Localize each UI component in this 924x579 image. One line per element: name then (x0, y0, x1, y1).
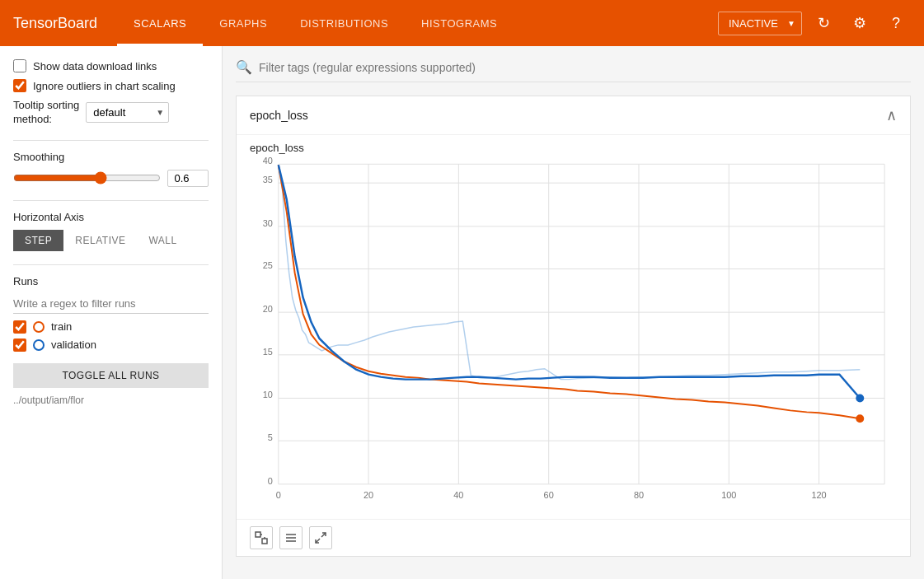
lines-chart-button[interactable] (279, 526, 303, 549)
smoothing-row (13, 170, 209, 187)
svg-text:35: 35 (263, 175, 273, 184)
svg-text:120: 120 (811, 490, 826, 500)
run-row-train: train (13, 320, 209, 334)
refresh-button[interactable]: ↻ (809, 8, 838, 38)
train-end-dot (856, 414, 864, 423)
toggle-all-runs-button[interactable]: TOGGLE ALL RUNS (13, 363, 209, 388)
status-select[interactable]: INACTIVE ACTIVE (718, 12, 802, 35)
tooltip-dropdown[interactable]: default ascending descending nearest (86, 102, 169, 123)
runs-title: Runs (13, 275, 209, 287)
filter-search-icon: 🔍 (236, 59, 252, 75)
app-logo: TensorBoard (13, 15, 97, 32)
axis-buttons: STEP RELATIVE WALL (13, 230, 209, 251)
validation-end-dot (856, 395, 864, 403)
runs-filter-input[interactable] (13, 294, 209, 314)
divider-1 (13, 140, 209, 141)
run-validation-label: validation (51, 339, 96, 351)
chart-subtitle: epoch_loss (250, 142, 897, 154)
svg-text:20: 20 (263, 304, 273, 314)
smoothing-slider[interactable] (13, 171, 161, 184)
tooltip-dropdown-wrapper: default ascending descending nearest ▼ (86, 102, 169, 123)
ignore-outliers-checkbox[interactable] (13, 79, 26, 92)
run-validation-dot (33, 339, 45, 351)
run-validation-checkbox[interactable] (13, 339, 26, 352)
smoothing-title: Smoothing (13, 151, 209, 163)
chart-title: epoch_loss (250, 109, 308, 122)
svg-rect-33 (256, 532, 260, 537)
tooltip-sorting-label: Tooltip sorting method: (13, 99, 79, 127)
chart-collapse-button[interactable]: ∧ (886, 106, 897, 124)
axis-relative-button[interactable]: RELATIVE (63, 230, 137, 251)
train-smooth-line (279, 165, 861, 418)
svg-text:30: 30 (263, 218, 273, 228)
output-path-label: ../output/iam/flor (13, 395, 209, 406)
smoothing-value-input[interactable] (167, 170, 209, 187)
filter-tags-input[interactable] (259, 61, 911, 74)
main-content: 🔍 epoch_loss ∧ epoch_loss (223, 46, 924, 579)
chart-header: epoch_loss ∧ (237, 96, 910, 135)
svg-text:5: 5 (268, 432, 273, 442)
lines-icon (284, 531, 298, 544)
svg-rect-34 (262, 539, 267, 544)
chart-body: epoch_loss 0 5 10 15 (237, 135, 910, 519)
chart-svg: 0 5 10 15 20 25 30 35 40 (250, 157, 897, 503)
help-button[interactable]: ? (881, 8, 911, 38)
display-options: Show data download links Ignore outliers… (13, 59, 209, 127)
validation-raw-line (279, 165, 861, 379)
svg-text:10: 10 (263, 390, 273, 399)
svg-text:100: 100 (721, 490, 736, 500)
axis-wall-button[interactable]: WALL (137, 230, 188, 251)
svg-text:0: 0 (276, 490, 281, 500)
svg-text:15: 15 (263, 347, 273, 357)
svg-text:60: 60 (544, 490, 554, 500)
run-train-label: train (51, 320, 72, 333)
nav-distributions[interactable]: DISTRIBUTIONS (284, 0, 405, 46)
svg-text:40: 40 (263, 157, 273, 166)
svg-text:0: 0 (268, 476, 273, 486)
nav-histograms[interactable]: HISTOGRAMS (405, 0, 514, 46)
chart-panel-epoch-loss: epoch_loss ∧ epoch_loss 0 5 (236, 96, 911, 557)
filter-bar: 🔍 (236, 59, 911, 82)
nav-scalars[interactable]: SCALARS (117, 0, 203, 46)
expand-chart-button[interactable] (309, 526, 332, 549)
smoothing-section: Smoothing (13, 151, 209, 187)
chart-footer (237, 519, 910, 556)
svg-text:20: 20 (364, 490, 373, 500)
axis-step-button[interactable]: STEP (13, 230, 63, 251)
divider-3 (13, 264, 209, 265)
ignore-outliers-label: Ignore outliers in chart scaling (33, 80, 176, 92)
horizontal-axis-title: Horizontal Axis (13, 211, 209, 223)
run-train-dot (33, 321, 45, 333)
runs-section: Runs train validation TOGGLE ALL RUNS ..… (13, 275, 209, 406)
show-download-checkbox[interactable] (13, 59, 26, 72)
sidebar: Show data download links Ignore outliers… (0, 46, 223, 579)
nav-graphs[interactable]: GRAPHS (203, 0, 284, 46)
show-download-row: Show data download links (13, 59, 209, 72)
main-layout: Show data download links Ignore outliers… (0, 46, 924, 579)
fit-icon (255, 531, 268, 544)
main-nav: SCALARS GRAPHS DISTRIBUTIONS HISTOGRAMS (117, 0, 718, 46)
run-train-checkbox[interactable] (13, 320, 26, 334)
horizontal-axis-section: Horizontal Axis STEP RELATIVE WALL (13, 211, 209, 251)
svg-text:80: 80 (634, 490, 644, 500)
svg-text:40: 40 (453, 490, 463, 500)
tooltip-row: Tooltip sorting method: default ascendin… (13, 99, 209, 127)
expand-icon (314, 531, 327, 544)
header-actions: INACTIVE ACTIVE ▼ ↻ ⚙ ? (718, 8, 911, 38)
fit-chart-button[interactable] (250, 526, 273, 549)
divider-2 (13, 200, 209, 201)
show-download-label: Show data download links (33, 60, 157, 72)
chart-svg-container: 0 5 10 15 20 25 30 35 40 (250, 157, 897, 506)
svg-text:25: 25 (263, 260, 273, 270)
settings-button[interactable]: ⚙ (845, 8, 875, 38)
ignore-outliers-row: Ignore outliers in chart scaling (13, 79, 209, 92)
app-header: TensorBoard SCALARS GRAPHS DISTRIBUTIONS… (0, 0, 924, 46)
run-row-validation: validation (13, 339, 209, 352)
validation-smooth-line (279, 165, 861, 398)
status-select-wrapper: INACTIVE ACTIVE ▼ (718, 12, 802, 35)
